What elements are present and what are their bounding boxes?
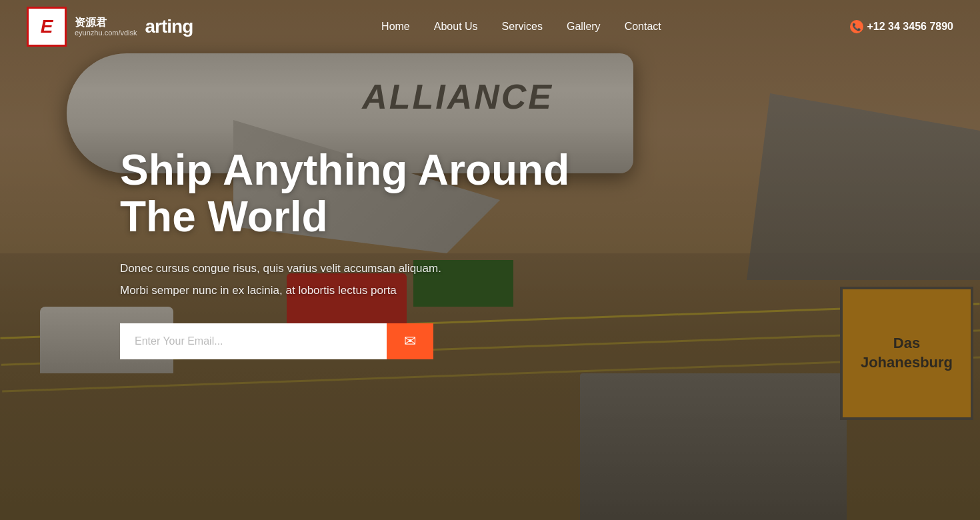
nav-item-gallery[interactable]: Gallery <box>567 21 601 33</box>
phone-number: +12 34 3456 7890 <box>867 21 953 33</box>
email-form: ✉ <box>120 323 433 359</box>
logo-chinese: 资源君 <box>75 16 137 29</box>
hero-subtitle-1: Donec cursus congue risus, quis varius v… <box>120 259 587 277</box>
logo-text-block: 资源君 eyunzhu.com/vdisk <box>75 16 137 37</box>
nav-item-about[interactable]: About Us <box>434 21 478 33</box>
nav-link-gallery[interactable]: Gallery <box>567 21 601 32</box>
email-submit-button[interactable]: ✉ <box>387 323 433 359</box>
nav-link-services[interactable]: Services <box>502 21 543 32</box>
logo-brand: arting <box>145 16 193 37</box>
hero-content: Ship Anything Around The World Donec cur… <box>120 147 587 359</box>
navbar: E 资源君 eyunzhu.com/vdisk arting Home Abou… <box>0 0 980 53</box>
nav-link-home[interactable]: Home <box>381 21 410 32</box>
logo-suburl: eyunzhu.com/vdisk <box>75 29 137 37</box>
hero-title: Ship Anything Around The World <box>120 147 587 241</box>
nav-item-services[interactable]: Services <box>502 21 543 33</box>
hero-section: Das Johanesburg E 资源君 eyunzhu.com/vdisk … <box>0 0 980 520</box>
nav-links: Home About Us Services Gallery Contact <box>381 21 661 33</box>
phone-icon: 📞 <box>850 20 863 33</box>
nav-phone: 📞 +12 34 3456 7890 <box>850 20 953 33</box>
logo-area: E 资源君 eyunzhu.com/vdisk arting <box>27 7 193 47</box>
logo-letter: E <box>41 16 53 37</box>
nav-item-home[interactable]: Home <box>381 21 410 33</box>
hero-subtitle-2: Morbi semper nunc in ex lacinia, at lobo… <box>120 281 587 299</box>
email-input[interactable] <box>120 323 387 359</box>
email-icon: ✉ <box>404 333 416 350</box>
nav-item-contact[interactable]: Contact <box>625 21 661 33</box>
nav-link-about[interactable]: About Us <box>434 21 478 32</box>
nav-link-contact[interactable]: Contact <box>625 21 661 32</box>
logo-box: E <box>27 7 67 47</box>
